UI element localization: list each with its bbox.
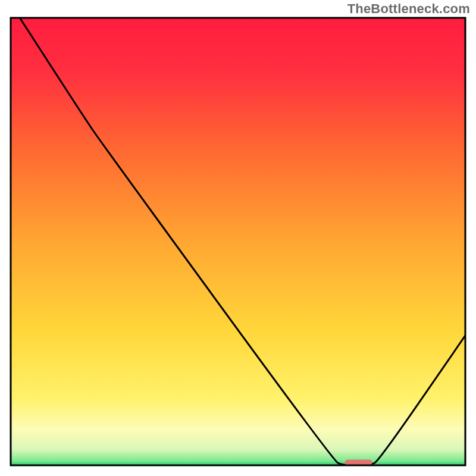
- bottleneck-chart: [0, 0, 476, 476]
- gradient-background: [11, 18, 465, 465]
- watermark-text: TheBottleneck.com: [347, 1, 470, 17]
- chart-stage: TheBottleneck.com: [0, 0, 476, 476]
